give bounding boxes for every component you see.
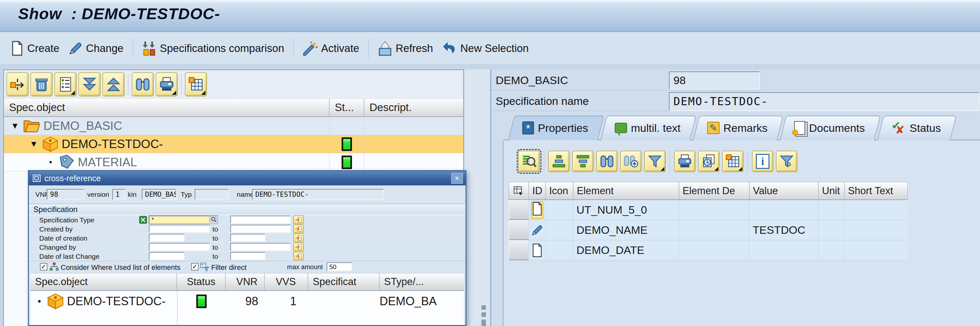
multiple-selection-button[interactable] xyxy=(293,224,304,233)
info-icon: i xyxy=(756,154,770,169)
changed-by-to-input[interactable] xyxy=(230,243,291,251)
typ-value[interactable] xyxy=(195,189,229,200)
row-selector[interactable] xyxy=(509,240,529,260)
created-by-from-input[interactable] xyxy=(149,225,210,233)
dialog-titlebar[interactable]: cross-reference × xyxy=(29,171,466,185)
refresh-button[interactable]: Refresh xyxy=(378,41,433,56)
filter-direct-checkbox[interactable]: ✓ xyxy=(191,263,199,270)
tab-properties[interactable]: * Properties xyxy=(508,116,598,140)
where-used-hierarchy-icon xyxy=(49,262,59,272)
set-filter-button[interactable] xyxy=(644,151,666,172)
details-button[interactable] xyxy=(519,151,540,172)
value-help-button[interactable] xyxy=(209,216,218,223)
element-row-demo-date[interactable]: DEMO_DATE xyxy=(509,240,908,260)
pencil-icon xyxy=(531,224,543,237)
views-button[interactable] xyxy=(698,151,719,172)
element-value[interactable]: TESTDOC xyxy=(749,220,818,240)
multiple-selection-button[interactable] xyxy=(293,215,304,224)
dialog-close-button[interactable]: × xyxy=(451,173,463,184)
column-header-element-desc[interactable]: Element De xyxy=(679,182,750,199)
collapse-all-button[interactable] xyxy=(78,72,100,96)
name-value[interactable]: DEMO-TESTDOC- xyxy=(252,189,384,200)
column-header-value[interactable]: Value xyxy=(750,182,819,199)
find-button[interactable] xyxy=(132,72,154,96)
column-header-status[interactable]: Status xyxy=(177,273,226,290)
material-tag-icon xyxy=(59,155,75,170)
tree-row-label: MATERIAL xyxy=(78,155,137,169)
column-header-status[interactable]: St... xyxy=(329,99,364,116)
tree-row-material[interactable]: • MATERIAL xyxy=(4,153,463,171)
row-selector[interactable] xyxy=(509,220,529,240)
result-row-demo-testdoc[interactable]: • DEMO-TESTDOC- 98 1 DEMO_BA xyxy=(30,291,464,312)
bullet-icon: • xyxy=(38,296,41,307)
max-amount-input[interactable]: 50 xyxy=(327,262,352,271)
spec-type-to-input[interactable] xyxy=(230,216,291,224)
multiple-selection-button[interactable] xyxy=(293,243,304,251)
sort-ascending-button[interactable] xyxy=(548,151,570,172)
spec-type-from-input[interactable]: * xyxy=(149,216,218,224)
print-button[interactable] xyxy=(156,72,178,96)
kin-value[interactable]: DEMO_BASIC xyxy=(142,189,177,200)
change-button[interactable]: Change xyxy=(68,41,124,56)
column-header-description[interactable]: Descript. xyxy=(364,99,463,116)
element-row-ut-num-5-0[interactable]: UT_NUM_5_0 xyxy=(509,200,908,220)
last-change-to-input[interactable] xyxy=(230,252,266,260)
new-selection-button[interactable]: New Selection xyxy=(442,41,529,56)
column-header-short-text[interactable]: Short Text xyxy=(845,182,907,199)
create-button[interactable]: Create xyxy=(10,41,59,56)
column-header-id[interactable]: ID xyxy=(529,182,546,199)
tab-multil-text[interactable]: multil. text xyxy=(600,116,690,140)
tree-row-demo-basic[interactable]: ▼ DEMO_BASIC xyxy=(4,117,463,135)
expand-all-button[interactable] xyxy=(102,72,124,96)
creation-date-from-input[interactable] xyxy=(149,234,185,242)
column-header-unit[interactable]: Unit xyxy=(819,182,845,199)
last-change-from-input[interactable] xyxy=(149,252,185,260)
creation-date-to-input[interactable] xyxy=(230,234,266,242)
row-selector[interactable] xyxy=(509,200,529,220)
panel-splitter[interactable] xyxy=(465,69,490,326)
specification-name-value[interactable]: DEMO-TESTDOC- xyxy=(669,92,979,111)
column-header-stype[interactable]: SType/... xyxy=(380,273,464,290)
tab-documents[interactable]: Documents xyxy=(780,116,875,140)
print-button[interactable] xyxy=(674,151,695,172)
delete-button[interactable] xyxy=(30,72,52,96)
row-selector-header[interactable] xyxy=(509,182,529,199)
display-options-button[interactable] xyxy=(54,72,76,96)
multiple-selection-button[interactable] xyxy=(293,233,304,242)
column-header-specificat[interactable]: Specificat xyxy=(308,273,380,290)
column-layout-button[interactable] xyxy=(185,72,207,96)
find-next-button[interactable] xyxy=(620,151,642,172)
specifications-comparison-button[interactable]: Specifications comparison xyxy=(142,41,284,56)
key-field-value[interactable]: 98 xyxy=(669,72,760,89)
column-header-spec-object[interactable]: Spec.object xyxy=(4,99,329,116)
column-header-icon[interactable]: Icon xyxy=(546,182,574,199)
column-header-element[interactable]: Element xyxy=(574,182,679,199)
column-layout-button[interactable] xyxy=(722,151,743,172)
column-header-spec-object[interactable]: Spec.object xyxy=(30,273,177,290)
column-header-vnr[interactable]: VNR xyxy=(226,273,265,290)
tab-remarks[interactable]: ✎ Remarks xyxy=(693,116,777,140)
expander-icon[interactable]: ▼ xyxy=(8,121,21,131)
element-value[interactable] xyxy=(749,200,818,220)
filter-funnel-icon xyxy=(648,154,662,168)
version-value[interactable]: 1 xyxy=(112,189,125,200)
column-header-vvs[interactable]: VVS xyxy=(265,273,308,290)
selection-option-icon[interactable] xyxy=(139,216,147,224)
consider-where-used-checkbox[interactable]: ✓ xyxy=(40,263,47,270)
created-by-to-input[interactable] xyxy=(230,225,291,233)
changed-by-from-input[interactable] xyxy=(149,243,210,251)
info-button[interactable]: i xyxy=(752,151,773,172)
element-value[interactable] xyxy=(749,240,818,260)
focus-subtree-button[interactable] xyxy=(6,72,29,96)
find-button[interactable] xyxy=(596,151,618,172)
sort-descending-button[interactable] xyxy=(572,151,593,172)
choose-filter-button[interactable] xyxy=(776,151,797,172)
tree-row-demo-testdoc[interactable]: ▼ DEMO-TESTDOC- xyxy=(4,135,463,153)
vnr-value[interactable]: 98 xyxy=(47,189,84,200)
element-row-demo-name[interactable]: DEMO_NAME TESTDOC xyxy=(509,220,908,240)
multiple-selection-button[interactable] xyxy=(293,252,304,260)
activate-button[interactable]: Activate xyxy=(303,41,359,56)
tab-status[interactable]: ✔ ✘ Status xyxy=(877,116,950,140)
expander-icon[interactable]: ▼ xyxy=(27,139,40,149)
form-row-date-of-creation: Date of creation to xyxy=(29,233,466,243)
